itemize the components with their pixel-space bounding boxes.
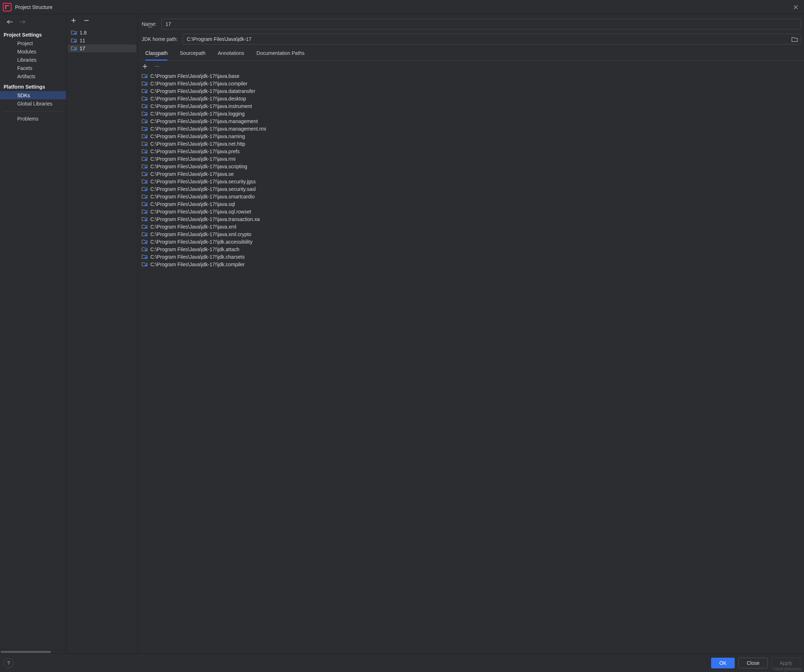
classpath-item-path: C:\Program Files\Java\jdk-17!\java.scrip… <box>150 164 247 169</box>
classpath-item-path: C:\Program Files\Java\jdk-17!\jdk.attach <box>150 247 239 252</box>
module-folder-icon <box>142 209 147 214</box>
sdk-item-1.8[interactable]: 1.8 <box>68 29 136 37</box>
module-folder-icon <box>142 111 147 117</box>
classpath-item[interactable]: C:\Program Files\Java\jdk-17!\java.prefs <box>138 147 802 155</box>
classpath-item[interactable]: C:\Program Files\Java\jdk-17!\java.smart… <box>138 193 802 200</box>
classpath-item[interactable]: C:\Program Files\Java\jdk-17!\java.trans… <box>138 215 802 223</box>
svg-rect-7 <box>145 106 147 108</box>
module-folder-icon <box>142 88 147 94</box>
add-sdk-button[interactable] <box>71 18 77 25</box>
sidebar-scrollbar[interactable] <box>0 650 66 653</box>
svg-rect-6 <box>145 99 147 101</box>
section-project-settings: Project Settings <box>0 31 66 39</box>
name-input[interactable] <box>162 19 801 29</box>
classpath-item[interactable]: C:\Program Files\Java\jdk-17!\java.secur… <box>138 185 802 193</box>
tab-classpath[interactable]: Classpath <box>145 50 168 60</box>
window-title: Project Structure <box>15 4 52 10</box>
classpath-item[interactable]: C:\Program Files\Java\jdk-17!\jdk.attach <box>138 245 802 253</box>
svg-rect-0 <box>74 33 77 35</box>
classpath-item[interactable]: C:\Program Files\Java\jdk-17!\java.secur… <box>138 178 802 185</box>
help-button[interactable]: ? <box>3 658 14 668</box>
scrollbar-thumb[interactable] <box>1 651 51 653</box>
footer: ? OK Close Apply <box>0 653 804 672</box>
classpath-list[interactable]: C:\Program Files\Java\jdk-17!\java.baseC… <box>138 72 804 653</box>
module-folder-icon <box>142 134 147 139</box>
sidebar-item-global-libraries[interactable]: Global Libraries <box>0 100 66 108</box>
close-button[interactable]: Close <box>739 658 768 669</box>
classpath-item[interactable]: C:\Program Files\Java\jdk-17!\java.se <box>138 170 802 178</box>
sidebar-item-artifacts[interactable]: Artifacts <box>0 72 66 80</box>
classpath-item[interactable]: C:\Program Files\Java\jdk-17!\java.instr… <box>138 102 802 110</box>
classpath-item[interactable]: C:\Program Files\Java\jdk-17!\jdk.charse… <box>138 253 802 260</box>
sidebar-item-problems[interactable]: Problems <box>0 114 66 123</box>
tab-sourcepath[interactable]: Sourcepath <box>180 50 206 60</box>
classpath-item[interactable]: C:\Program Files\Java\jdk-17!\java.xml <box>138 223 802 231</box>
classpath-item[interactable]: C:\Program Files\Java\jdk-17!\java.loggi… <box>138 110 802 117</box>
remove-sdk-button[interactable] <box>83 18 89 25</box>
tabs: ClasspathSourcepathAnnotationsDocumentat… <box>138 47 804 60</box>
svg-rect-4 <box>145 83 147 86</box>
sidebar-divider <box>3 111 62 111</box>
classpath-item[interactable]: C:\Program Files\Java\jdk-17!\java.manag… <box>138 117 802 125</box>
classpath-item[interactable]: C:\Program Files\Java\jdk-17!\java.rmi <box>138 155 802 162</box>
nav-back-button[interactable] <box>7 20 13 26</box>
classpath-item-path: C:\Program Files\Java\jdk-17!\jdk.compil… <box>150 262 245 267</box>
nav-history <box>0 14 66 31</box>
sidebar-item-sdks[interactable]: SDKs <box>0 91 66 100</box>
sdk-item-label: 11 <box>80 38 85 43</box>
svg-rect-22 <box>145 219 147 221</box>
classpath-item-path: C:\Program Files\Java\jdk-17!\java.instr… <box>150 103 252 109</box>
classpath-item-path: C:\Program Files\Java\jdk-17!\java.secur… <box>150 179 256 185</box>
classpath-item[interactable]: C:\Program Files\Java\jdk-17!\java.compi… <box>138 80 802 87</box>
tab-documentation-paths[interactable]: Documentation Paths <box>257 50 305 60</box>
sidebar-item-modules[interactable]: Modules <box>0 47 66 56</box>
sidebar-item-libraries[interactable]: Libraries <box>0 56 66 64</box>
sdk-detail-pane: Name: JDK home path: C:\Program Files\Ja… <box>138 14 804 653</box>
module-folder-icon <box>142 247 147 252</box>
classpath-item[interactable]: C:\Program Files\Java\jdk-17!\java.xml.c… <box>138 231 802 238</box>
svg-rect-10 <box>145 129 147 131</box>
classpath-item-path: C:\Program Files\Java\jdk-17!\java.manag… <box>150 118 258 124</box>
classpath-item[interactable]: C:\Program Files\Java\jdk-17!\java.datat… <box>138 87 802 95</box>
classpath-toolbar <box>138 60 804 72</box>
sdk-toolbar <box>66 14 138 28</box>
path-field[interactable]: C:\Program Files\Java\jdk-17 <box>183 34 801 44</box>
sdk-item-11[interactable]: 11 <box>68 37 136 44</box>
classpath-item[interactable]: C:\Program Files\Java\jdk-17!\java.sql <box>138 200 802 208</box>
titlebar: Project Structure <box>0 0 804 14</box>
svg-rect-11 <box>145 136 147 139</box>
classpath-item[interactable]: C:\Program Files\Java\jdk-17!\java.deskt… <box>138 95 802 102</box>
module-folder-icon <box>71 38 77 43</box>
svg-rect-25 <box>145 242 147 244</box>
svg-rect-18 <box>145 189 147 191</box>
module-folder-icon <box>142 194 147 199</box>
classpath-item[interactable]: C:\Program Files\Java\jdk-17!\jdk.access… <box>138 238 802 245</box>
classpath-item[interactable]: C:\Program Files\Java\jdk-17!\jdk.compil… <box>138 260 802 268</box>
window-close-button[interactable] <box>791 3 801 12</box>
sdk-item-17[interactable]: 17 <box>68 44 136 52</box>
module-folder-icon <box>71 46 77 51</box>
classpath-item[interactable]: C:\Program Files\Java\jdk-17!\java.scrip… <box>138 162 802 170</box>
module-folder-icon <box>142 81 147 87</box>
classpath-item[interactable]: C:\Program Files\Java\jdk-17!\java.namin… <box>138 132 802 140</box>
ok-button[interactable]: OK <box>711 658 735 669</box>
module-folder-icon <box>142 239 147 245</box>
classpath-item-path: C:\Program Files\Java\jdk-17!\java.datat… <box>150 88 255 94</box>
classpath-item-path: C:\Program Files\Java\jdk-17!\java.rmi <box>150 156 235 162</box>
path-value: C:\Program Files\Java\jdk-17 <box>186 36 789 42</box>
classpath-item[interactable]: C:\Program Files\Java\jdk-17!\java.manag… <box>138 125 802 132</box>
path-label: JDK home path: <box>142 36 178 42</box>
classpath-item[interactable]: C:\Program Files\Java\jdk-17!\java.net.h… <box>138 140 802 147</box>
classpath-item-path: C:\Program Files\Java\jdk-17!\java.smart… <box>150 194 255 199</box>
sidebar-item-facets[interactable]: Facets <box>0 64 66 72</box>
tab-annotations[interactable]: Annotations <box>218 50 244 60</box>
classpath-item[interactable]: C:\Program Files\Java\jdk-17!\java.base <box>138 72 802 80</box>
sidebar-item-project[interactable]: Project <box>0 39 66 47</box>
module-folder-icon <box>142 224 147 230</box>
add-classpath-button[interactable] <box>142 64 147 70</box>
module-folder-icon <box>142 118 147 124</box>
folder-icon <box>791 36 798 42</box>
classpath-item-path: C:\Program Files\Java\jdk-17!\java.sql <box>150 201 235 207</box>
browse-path-button[interactable] <box>791 36 798 43</box>
classpath-item[interactable]: C:\Program Files\Java\jdk-17!\java.sql.r… <box>138 208 802 215</box>
